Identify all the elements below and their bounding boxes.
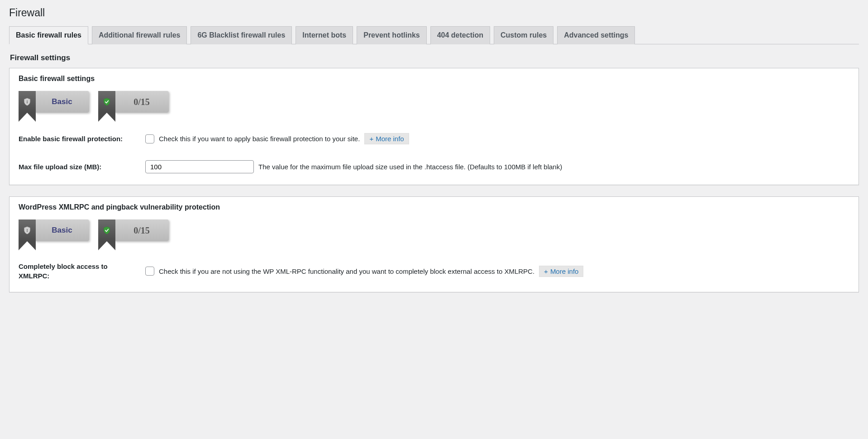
page-title: Firewall [9, 7, 859, 19]
tab-6g-blacklist[interactable]: 6G Blacklist firewall rules [191, 26, 292, 44]
panel-xmlrpc: WordPress XMLRPC and pingback vulnerabil… [9, 196, 859, 292]
svg-point-2 [27, 229, 28, 230]
more-info-button[interactable]: + More info [364, 133, 409, 144]
shield-alert-icon [19, 220, 36, 241]
badge-points: 0/15 [98, 220, 169, 241]
tab-basic-firewall-rules[interactable]: Basic firewall rules [9, 26, 88, 44]
row-desc: Check this if you are not using the WP X… [159, 267, 534, 275]
enable-firewall-checkbox[interactable] [145, 134, 154, 143]
row-block-xmlrpc: Completely block access to XMLRPC: Check… [19, 262, 849, 281]
row-desc: The value for the maximum file upload si… [258, 163, 562, 171]
row-label: Enable basic firewall protection: [19, 134, 145, 143]
more-info-label: More info [376, 135, 404, 143]
panel-basic-firewall: Basic firewall settings Basic 0/15 Enabl… [9, 68, 859, 185]
badges-row: Basic 0/15 [19, 91, 849, 113]
row-enable-firewall: Enable basic firewall protection: Check … [19, 133, 849, 144]
tab-prevent-hotlinks[interactable]: Prevent hotlinks [357, 26, 426, 44]
row-max-upload: Max file upload size (MB): The value for… [19, 160, 849, 173]
badges-row: Basic 0/15 [19, 220, 849, 241]
tab-advanced-settings[interactable]: Advanced settings [557, 26, 635, 44]
panel-heading: Basic firewall settings [19, 75, 849, 83]
svg-rect-3 [27, 230, 27, 232]
badge-level: Basic [19, 91, 89, 113]
tab-custom-rules[interactable]: Custom rules [494, 26, 553, 44]
svg-rect-1 [27, 102, 27, 103]
badge-points-label: 0/15 [114, 220, 169, 241]
badge-points-label: 0/15 [114, 91, 169, 113]
more-info-label: More info [550, 267, 579, 275]
tab-internet-bots[interactable]: Internet bots [296, 26, 353, 44]
tab-404-detection[interactable]: 404 detection [430, 26, 490, 44]
shield-check-icon [98, 220, 115, 241]
plus-icon: + [544, 267, 548, 275]
tab-additional-firewall-rules[interactable]: Additional firewall rules [92, 26, 187, 44]
badge-level-label: Basic [35, 91, 89, 113]
tabs-bar: Basic firewall rules Additional firewall… [9, 26, 859, 44]
row-label: Completely block access to XMLRPC: [19, 262, 145, 281]
row-desc: Check this if you want to apply basic fi… [159, 135, 360, 143]
block-xmlrpc-checkbox[interactable] [145, 267, 154, 276]
panel-heading: WordPress XMLRPC and pingback vulnerabil… [19, 203, 849, 211]
badge-level: Basic [19, 220, 89, 241]
badge-level-label: Basic [35, 220, 89, 241]
plus-icon: + [369, 135, 373, 143]
max-upload-input[interactable] [145, 160, 254, 173]
row-label: Max file upload size (MB): [19, 162, 145, 172]
shield-check-icon [98, 91, 115, 113]
shield-alert-icon [19, 91, 36, 113]
svg-point-0 [27, 100, 28, 101]
badge-points: 0/15 [98, 91, 169, 113]
section-title: Firewall settings [10, 53, 859, 62]
more-info-button[interactable]: + More info [539, 266, 583, 277]
